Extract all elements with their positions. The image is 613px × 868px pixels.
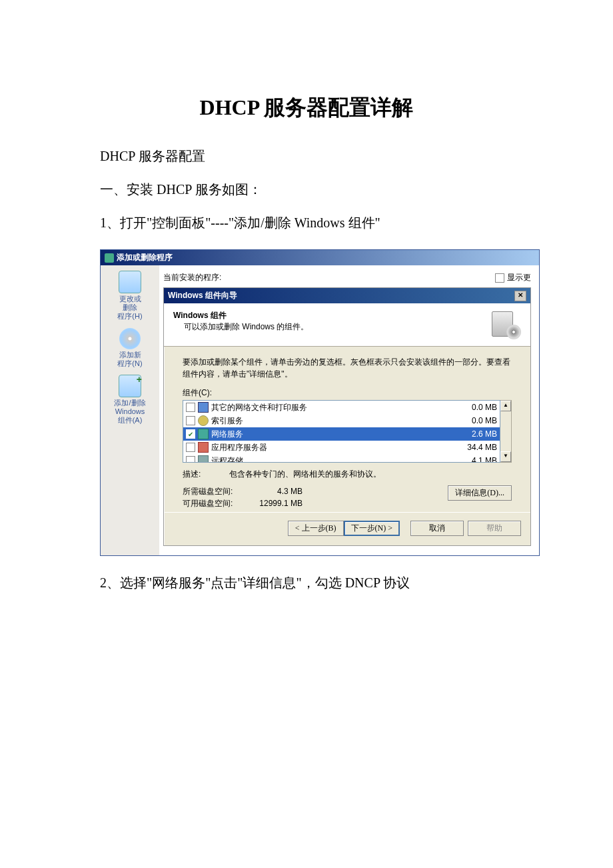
components-icon <box>119 375 141 397</box>
disk-avail-value: 12999.1 MB <box>243 497 303 509</box>
component-size: 0.0 MB <box>457 401 497 413</box>
component-size: 4.1 MB <box>457 455 497 463</box>
installed-programs-label: 当前安装的程序: <box>163 272 221 283</box>
component-size: 0.0 MB <box>457 415 497 427</box>
components-list-label: 组件(C): <box>183 387 512 399</box>
components-list[interactable]: 其它的网络文件和打印服务 0.0 MB 索引服务 0.0 MB <box>183 400 500 463</box>
sidebar-label: 更改或 删除 程序(H) <box>117 295 142 321</box>
component-name: 索引服务 <box>211 415 454 427</box>
window-titlebar: 添加或删除程序 <box>101 250 539 265</box>
show-updates-checkbox[interactable]: 显示更 <box>495 272 531 283</box>
scrollbar[interactable]: ▲ ▼ <box>500 400 512 463</box>
doc-p2: 一、安装 DHCP 服务如图： <box>100 176 513 203</box>
help-button[interactable]: 帮助 <box>468 521 521 536</box>
back-button[interactable]: < 上一步(B) <box>288 521 344 536</box>
component-size: 2.6 MB <box>457 428 497 440</box>
doc-p4: 2、选择"网络服务"点击"详细信息"，勾选 DNCP 协议 <box>100 569 513 596</box>
sidebar-item-windows-components[interactable]: 添加/删除 Windows 组件(A) <box>114 375 145 425</box>
server-cd-icon <box>492 310 521 339</box>
component-name: 应用程序服务器 <box>211 441 454 453</box>
doc-p1: DHCP 服务器配置 <box>100 143 513 169</box>
list-item-selected[interactable]: ✔ 网络服务 2.6 MB <box>183 427 500 441</box>
checkbox-icon <box>495 273 504 283</box>
sidebar-label: 添加/删除 Windows 组件(A) <box>114 399 145 425</box>
description-label: 描述: <box>183 468 216 480</box>
wizard-title: Windows 组件向导 <box>168 290 237 301</box>
app-icon <box>105 253 114 263</box>
app-server-icon <box>198 442 209 453</box>
wizard-header-title: Windows 组件 <box>173 310 308 321</box>
description-value: 包含各种专门的、网络相关的服务和协议。 <box>229 468 381 480</box>
doc-p3: 1、打开"控制面板"----"添加/删除 Windows 组件" <box>100 209 513 236</box>
details-button[interactable]: 详细信息(D)... <box>448 485 512 501</box>
index-service-icon <box>198 415 209 426</box>
doc-title: DHCP 服务器配置详解 <box>100 93 513 123</box>
component-name: 远程存储 <box>211 455 454 463</box>
list-item[interactable]: 应用程序服务器 34.4 MB <box>183 441 500 454</box>
show-updates-label: 显示更 <box>507 272 531 283</box>
disk-needed-label: 所需磁盘空间: <box>183 485 243 497</box>
screenshot-add-remove-programs: 添加或删除程序 更改或 删除 程序(H) 添加新 程序(N) 添加/删除 Win… <box>100 249 540 556</box>
checkbox-icon[interactable] <box>186 403 195 412</box>
network-files-icon <box>198 402 209 413</box>
cd-icon <box>119 328 141 349</box>
checkbox-icon[interactable]: ✔ <box>186 429 195 439</box>
windows-components-wizard: Windows 组件向导 ✕ Windows 组件 可以添加或删除 Window… <box>163 287 531 546</box>
disk-needed-value: 4.3 MB <box>243 485 303 497</box>
next-button[interactable]: 下一步(N) > <box>344 521 400 536</box>
close-button[interactable]: ✕ <box>514 291 526 301</box>
scroll-down-button[interactable]: ▼ <box>500 451 511 462</box>
list-item[interactable]: 其它的网络文件和打印服务 0.0 MB <box>183 401 500 414</box>
scroll-up-button[interactable]: ▲ <box>500 401 511 411</box>
wizard-instruction: 要添加或删除某个组件，请单击旁边的复选框。灰色框表示只会安装该组件的一部分。要查… <box>183 356 512 380</box>
cancel-button[interactable]: 取消 <box>410 521 464 536</box>
wizard-titlebar: Windows 组件向导 ✕ <box>164 288 530 303</box>
checkbox-icon[interactable] <box>186 456 195 463</box>
disk-avail-label: 可用磁盘空间: <box>183 497 243 509</box>
component-size: 34.4 MB <box>457 441 497 453</box>
checkbox-icon[interactable] <box>186 443 195 452</box>
sidebar: 更改或 删除 程序(H) 添加新 程序(N) 添加/删除 Windows 组件(… <box>101 265 159 555</box>
checkbox-icon[interactable] <box>186 416 195 425</box>
network-service-icon <box>198 429 209 439</box>
sidebar-item-change-remove[interactable]: 更改或 删除 程序(H) <box>117 271 142 321</box>
window-title: 添加或删除程序 <box>117 252 173 263</box>
sidebar-label: 添加新 程序(N) <box>117 351 142 368</box>
wizard-header-sub: 可以添加或删除 Windows 的组件。 <box>173 321 308 333</box>
component-name: 网络服务 <box>211 428 454 440</box>
remote-storage-icon <box>198 455 209 463</box>
list-item[interactable]: 远程存储 4.1 MB <box>183 454 500 463</box>
list-item[interactable]: 索引服务 0.0 MB <box>183 414 500 427</box>
component-name: 其它的网络文件和打印服务 <box>211 401 454 413</box>
box-icon <box>119 271 141 293</box>
sidebar-item-add-new[interactable]: 添加新 程序(N) <box>117 328 142 368</box>
